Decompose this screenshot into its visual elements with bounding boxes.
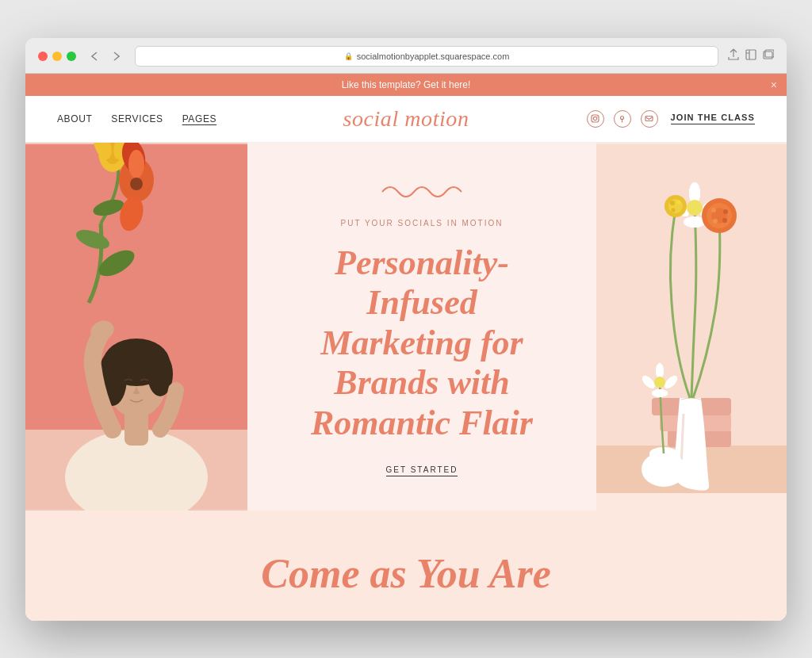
svg-point-57 [668,199,683,213]
maximize-button[interactable] [67,52,76,61]
svg-point-60 [672,208,676,212]
svg-point-5 [597,116,598,117]
lock-icon: 🔒 [344,52,353,60]
tab-overview-icon[interactable] [763,49,774,63]
get-started-button[interactable]: GET STARTED [386,465,458,476]
svg-point-4 [593,117,596,120]
nav-services[interactable]: SERVICES [111,113,163,124]
svg-point-54 [713,219,718,224]
address-bar[interactable]: 🔒 socialmotionbyapplet.squarespace.com [135,46,718,67]
forward-button[interactable] [108,48,125,65]
svg-rect-39 [649,453,678,469]
svg-rect-7 [645,117,653,121]
svg-point-58 [670,201,675,205]
browser-navigation [86,48,125,65]
bottom-section: Come as You Are [25,511,787,621]
woman-with-flowers-image [25,143,247,511]
website-content: Like this template? Get it here! × ABOUT… [25,74,787,621]
notification-bar: Like this template? Get it here! × [25,74,787,96]
hero-center-panel: PUT YOUR SOCIALS IN MOTION Personality-I… [247,143,596,511]
browser-window: 🔒 socialmotionbyapplet.squarespace.com L… [25,38,787,621]
traffic-lights [38,52,76,61]
svg-point-6 [621,117,624,120]
pinterest-icon[interactable] [614,110,631,128]
instagram-icon[interactable] [587,110,604,128]
svg-point-30 [130,178,143,190]
site-header: ABOUT SERVICES PAGES social motion [25,96,787,143]
svg-rect-0 [746,50,756,59]
email-icon[interactable] [641,110,658,128]
new-tab-icon[interactable] [745,49,756,63]
url-text: socialmotionbyapplet.squarespace.com [357,52,510,61]
close-button[interactable] [38,52,48,61]
hero-subtitle: PUT YOUR SOCIALS IN MOTION [341,219,504,228]
main-nav: ABOUT SERVICES PAGES [57,113,216,124]
hero-right-panel [596,143,787,511]
header-right: JOIN THE CLASS [587,110,755,128]
nav-pages[interactable]: PAGES [182,113,216,124]
minimize-button[interactable] [52,52,62,61]
svg-point-67 [652,389,668,397]
svg-point-52 [711,208,716,212]
svg-rect-3 [592,115,599,122]
svg-point-69 [654,377,665,388]
browser-chrome: 🔒 socialmotionbyapplet.squarespace.com [25,38,787,74]
svg-point-29 [128,150,144,178]
share-icon[interactable] [728,48,739,63]
join-button[interactable]: JOIN THE CLASS [671,113,755,124]
hero-left-panel [25,143,247,511]
wavy-svg [374,176,469,200]
svg-point-48 [687,200,703,216]
wavy-decoration [374,176,469,203]
svg-point-55 [722,218,727,223]
social-icons [587,110,658,128]
back-button[interactable] [86,48,103,65]
nav-about[interactable]: ABOUT [57,113,92,124]
svg-point-59 [677,200,681,204]
notification-close[interactable]: × [771,78,777,91]
browser-actions [728,48,774,63]
hero-section: PUT YOUR SOCIALS IN MOTION Personality-I… [25,143,787,511]
svg-point-53 [723,209,728,214]
vase-flowers-image [596,143,787,511]
notification-message: Like this template? Get it here! [342,79,471,90]
hero-title: Personality-Infused Marketing for Brands… [287,243,557,444]
bottom-title: Come as You Are [57,550,755,597]
site-logo: social motion [343,106,469,132]
